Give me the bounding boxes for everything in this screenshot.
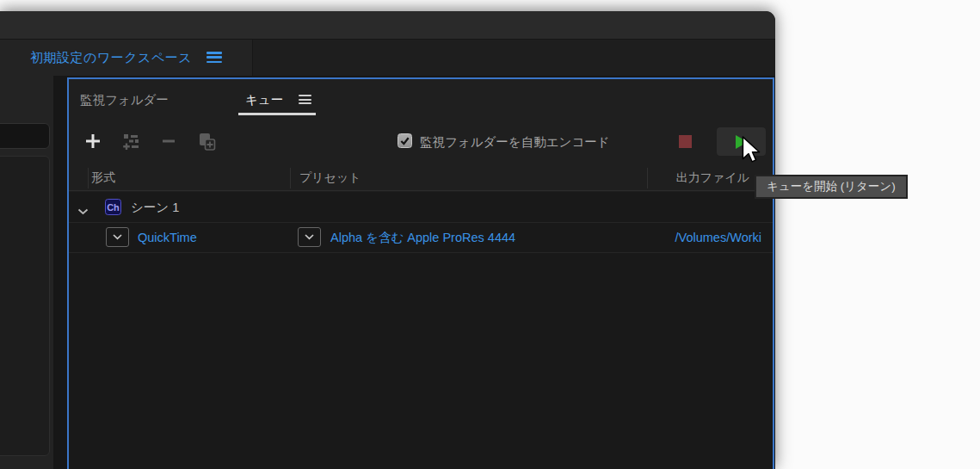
queue-rows-area: Ch シーン 1 QuickTime Alpha を含む Apple ProRe… <box>69 192 773 469</box>
main-area: 監視フォルダー キュー <box>0 76 775 469</box>
stop-square-icon <box>679 135 692 148</box>
add-source-button[interactable] <box>83 131 103 151</box>
column-separator <box>647 168 648 188</box>
workspace-tab[interactable]: 初期設定のワークスペース <box>0 40 252 76</box>
output-file-link[interactable]: /Volumes/Worki <box>675 223 761 253</box>
left-panel-list <box>0 156 50 456</box>
tooltip: キューを開始 (リターン) <box>755 175 908 199</box>
chevron-down-icon[interactable] <box>77 203 89 219</box>
tab-bar-empty-area <box>252 40 775 76</box>
source-name: シーン 1 <box>131 192 179 223</box>
app-window: 初期設定のワークスペース 監視フォルダー キュー <box>0 11 775 469</box>
chevron-down-icon <box>305 234 314 240</box>
column-header-output: 出力ファイル <box>676 165 749 190</box>
duplicate-icon <box>197 132 217 151</box>
checkmark-icon <box>399 135 410 146</box>
preset-link[interactable]: Alpha を含む Apple ProRes 4444 <box>330 223 515 253</box>
hamburger-menu-icon[interactable] <box>206 52 222 65</box>
format-link[interactable]: QuickTime <box>138 223 197 253</box>
format-dropdown-button[interactable] <box>106 227 129 247</box>
preset-sliders-icon <box>121 132 140 151</box>
panel-hamburger-menu-icon[interactable] <box>299 95 311 107</box>
column-header-row: 形式 プリセット 出力ファイル <box>69 165 773 191</box>
column-header-format: 形式 <box>91 165 115 190</box>
queue-group-row[interactable]: Ch シーン 1 <box>69 192 773 223</box>
preset-dropdown-button[interactable] <box>298 227 321 247</box>
queue-panel: 監視フォルダー キュー <box>67 77 774 469</box>
left-panel-sliver <box>0 76 53 469</box>
auto-encode-checkbox[interactable] <box>398 133 412 148</box>
column-separator <box>88 168 89 188</box>
window-title-strip <box>0 11 775 40</box>
remove-button[interactable] <box>158 131 179 151</box>
minus-icon <box>161 133 176 149</box>
auto-encode-label[interactable]: 監視フォルダーを自動エンコード <box>420 134 610 151</box>
column-separator <box>290 168 291 188</box>
left-panel-field <box>0 123 50 149</box>
mouse-cursor <box>740 135 762 164</box>
plus-icon <box>84 133 102 150</box>
column-header-preset: プリセット <box>299 165 361 190</box>
add-preset-button[interactable] <box>120 131 141 151</box>
queue-output-row[interactable]: QuickTime Alpha を含む Apple ProRes 4444 /V… <box>69 223 773 253</box>
duplicate-button[interactable] <box>196 131 217 151</box>
workspace-title: 初期設定のワークスペース <box>30 40 192 76</box>
stop-queue-button[interactable] <box>675 131 695 151</box>
character-animator-badge: Ch <box>105 199 121 215</box>
active-tab-underline <box>238 113 316 115</box>
workspace-tab-bar: 初期設定のワークスペース <box>0 40 775 76</box>
tab-watch-folders[interactable]: 監視フォルダー <box>80 79 169 120</box>
chevron-down-icon <box>113 234 122 240</box>
